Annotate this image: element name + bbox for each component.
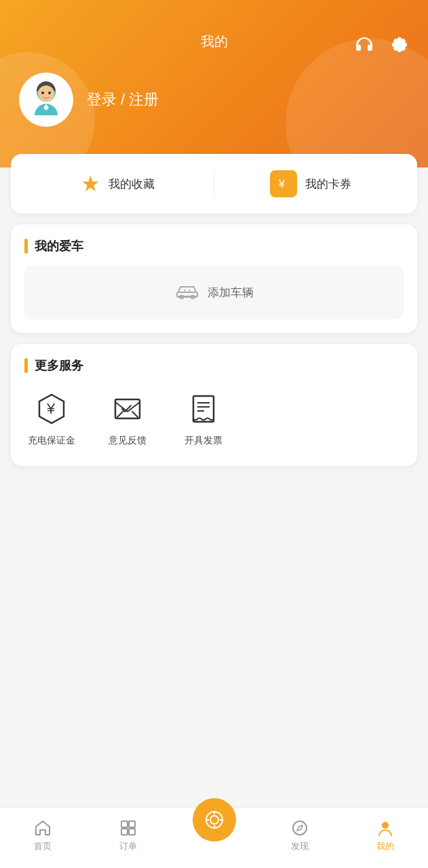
- my-coupon-button[interactable]: ¥ 我的卡券: [214, 170, 406, 197]
- avatar-illustration: [22, 76, 70, 123]
- settings-icon-button[interactable]: [387, 33, 412, 57]
- svg-rect-19: [121, 829, 128, 835]
- svg-text:¥: ¥: [278, 178, 285, 190]
- main-content: ★ 我的收藏 ¥ 我的卡券 我的爱车: [0, 154, 428, 466]
- mine-icon: [376, 818, 395, 837]
- svg-rect-17: [121, 821, 128, 827]
- add-vehicle-label: 添加车辆: [208, 285, 254, 300]
- avatar: [19, 73, 73, 127]
- star-icon: ★: [81, 171, 100, 197]
- yuan-hexagon-icon: ¥: [35, 392, 69, 426]
- services-accent-bar: [24, 358, 28, 373]
- nav-discover[interactable]: 发现: [257, 818, 343, 858]
- nav-home-label: 首页: [34, 840, 52, 852]
- service-deposit[interactable]: ¥ 充电保证金: [24, 390, 79, 447]
- header-icons: [352, 33, 412, 57]
- my-car-section-header: 我的爱车: [24, 238, 404, 254]
- svg-text:¥: ¥: [46, 400, 56, 417]
- svg-point-2: [41, 92, 44, 94]
- nav-mine[interactable]: 我的: [343, 818, 428, 858]
- nav-orders-label: 订单: [119, 840, 137, 852]
- coupon-icon: ¥: [276, 176, 291, 191]
- header-section: 我的: [0, 0, 428, 167]
- more-services-section-header: 更多服务: [24, 357, 404, 374]
- svg-point-29: [382, 822, 389, 829]
- nav-orders[interactable]: 订单: [85, 818, 171, 858]
- orders-svg: [119, 818, 138, 837]
- mine-svg: [376, 818, 395, 837]
- nav-discover-label: 发现: [291, 840, 309, 852]
- service-grid: ¥ 充电保证金 意见反馈: [24, 384, 404, 452]
- feedback-envelope-icon: [111, 392, 144, 426]
- svg-rect-18: [129, 821, 135, 827]
- section-accent-bar: [24, 239, 28, 254]
- feedback-label: 意见反馈: [109, 435, 147, 447]
- feedback-icon: [109, 390, 147, 428]
- quick-actions-card: ★ 我的收藏 ¥ 我的卡券: [11, 154, 417, 214]
- invoice-label: 开具发票: [184, 435, 222, 447]
- my-car-card: 我的爱车 添加车辆: [11, 224, 417, 333]
- nav-mine-label: 我的: [376, 840, 394, 852]
- quick-actions-row: ★ 我的收藏 ¥ 我的卡券: [11, 154, 417, 214]
- my-car-title: 我的爱车: [35, 238, 83, 254]
- scan-icon: [203, 809, 225, 831]
- settings-icon: [389, 35, 410, 55]
- service-feedback[interactable]: 意见反馈: [100, 390, 155, 447]
- bottom-nav: 首页 订单: [0, 807, 428, 868]
- svg-marker-28: [297, 825, 303, 831]
- nav-scan[interactable]: [171, 798, 256, 859]
- svg-point-3: [48, 92, 51, 94]
- coupon-label: 我的卡券: [305, 176, 351, 192]
- nav-home[interactable]: 首页: [0, 818, 85, 858]
- home-svg: [33, 818, 52, 837]
- car-icon: [175, 283, 199, 302]
- discover-svg: [290, 818, 309, 837]
- more-services-card: 更多服务 ¥ 充电保证金: [11, 344, 417, 466]
- svg-point-22: [210, 816, 218, 824]
- profile-section[interactable]: 登录 / 注册: [0, 62, 428, 140]
- header-top-bar: 我的: [0, 0, 428, 62]
- page-title: 我的: [201, 33, 228, 51]
- svg-rect-20: [129, 829, 135, 835]
- invoice-receipt-icon: [187, 392, 220, 426]
- collection-label: 我的收藏: [109, 176, 155, 192]
- deposit-label: 充电保证金: [28, 435, 75, 447]
- deposit-icon: ¥: [33, 390, 71, 428]
- headset-icon-button[interactable]: [352, 33, 376, 57]
- more-services-title: 更多服务: [35, 357, 83, 374]
- scan-button[interactable]: [193, 798, 236, 842]
- discover-icon: [290, 818, 309, 837]
- svg-point-27: [293, 821, 307, 835]
- login-register-text[interactable]: 登录 / 注册: [87, 90, 159, 110]
- coupon-icon-bg: ¥: [270, 170, 297, 197]
- add-vehicle-button[interactable]: 添加车辆: [24, 265, 404, 319]
- my-collection-button[interactable]: ★ 我的收藏: [22, 171, 214, 197]
- headset-icon: [354, 35, 374, 55]
- invoice-icon: [184, 390, 222, 428]
- home-icon: [33, 818, 52, 837]
- svg-rect-13: [193, 396, 214, 422]
- orders-icon: [119, 818, 138, 837]
- svg-point-1: [38, 85, 54, 102]
- service-invoice[interactable]: 开具发票: [176, 390, 231, 447]
